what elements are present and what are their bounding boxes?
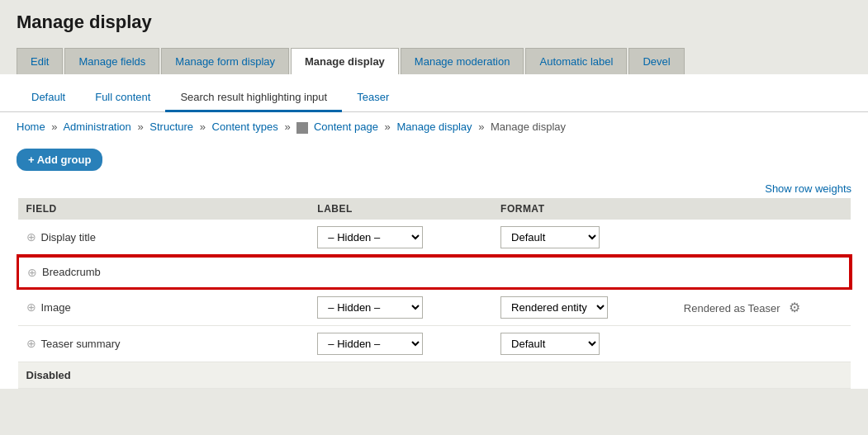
content-page-icon: [296, 122, 308, 134]
label-select-image[interactable]: – Hidden – Above Inline Hidden Visually …: [317, 296, 423, 319]
fields-table: FIELD LABEL FORMAT ⊕ Display title: [17, 198, 851, 389]
add-group-button[interactable]: Add group: [17, 149, 102, 171]
label-cell: – Hidden – Above Inline Hidden Visually …: [309, 325, 492, 362]
fields-table-wrapper: FIELD LABEL FORMAT ⊕ Display title: [0, 198, 868, 389]
drag-handle[interactable]: ⊕: [26, 337, 36, 350]
show-row-weights-bar: Show row weights: [0, 179, 868, 198]
disabled-section-label: Disabled: [18, 362, 851, 388]
label-cell: – Hidden – Above Inline Hidden Visually …: [309, 220, 492, 257]
field-label-text: Teaser summary: [41, 338, 121, 350]
breadcrumb-manage-display-link[interactable]: Manage display: [396, 121, 472, 133]
format-cell: [492, 256, 676, 288]
table-row: ⊕ Breadcrumb: [18, 256, 851, 288]
format-select-image[interactable]: Rendered entity Default: [500, 296, 608, 319]
breadcrumb-structure[interactable]: Structure: [149, 121, 193, 133]
breadcrumb-home[interactable]: Home: [17, 121, 45, 133]
table-row: ⊕ Image – Hidden – Above Inline Hidden V…: [18, 288, 851, 325]
drag-handle[interactable]: ⊕: [27, 266, 37, 279]
breadcrumb-administration[interactable]: Administration: [63, 121, 130, 133]
tab-primary-manage-fields[interactable]: Manage fields: [64, 48, 159, 74]
tab-secondary-search-result-highlighting-input[interactable]: Search result highlighting input: [165, 84, 342, 112]
breadcrumb-content-page[interactable]: Content page: [314, 121, 378, 133]
primary-tabs: EditManage fieldsManage form displayMana…: [0, 41, 868, 74]
show-row-weights-link[interactable]: Show row weights: [765, 182, 851, 195]
breadcrumb-sep: »: [385, 121, 391, 133]
table-body: ⊕ Display title – Hidden – Above Inline …: [18, 220, 851, 389]
extra-cell: [676, 256, 851, 288]
field-name-display-title: ⊕ Display title: [26, 230, 301, 244]
rendered-as-text: Rendered as Teaser: [684, 302, 780, 314]
disabled-label-text: Disabled: [26, 369, 71, 381]
label-select-display-title[interactable]: – Hidden – Above Inline Hidden Visually …: [317, 226, 423, 248]
tab-primary-manage-display[interactable]: Manage display: [291, 48, 399, 74]
table-row: ⊕ Teaser summary – Hidden – Above Inline…: [18, 325, 851, 362]
tab-secondary-default[interactable]: Default: [17, 84, 80, 112]
extra-cell: Rendered as Teaser ⚙: [676, 288, 851, 325]
field-label-text: Display title: [41, 231, 96, 244]
field-name-image: ⊕ Image: [26, 300, 301, 314]
page-title: Manage display: [17, 12, 851, 33]
tab-primary-automatic-label[interactable]: Automatic label: [525, 48, 627, 74]
toolbar-bar: Add group: [0, 142, 868, 179]
breadcrumb-sep: »: [137, 121, 143, 133]
drag-handle[interactable]: ⊕: [26, 300, 36, 314]
breadcrumb-sep: »: [284, 121, 290, 133]
tab-secondary-teaser[interactable]: Teaser: [342, 84, 404, 112]
label-cell: – Hidden – Above Inline Hidden Visually …: [309, 288, 492, 325]
tab-primary-manage-form-display[interactable]: Manage form display: [161, 48, 289, 74]
gear-icon[interactable]: ⚙: [789, 300, 800, 314]
page-wrapper: Manage display EditManage fieldsManage f…: [0, 0, 868, 435]
label-cell: [309, 256, 492, 288]
table-row: ⊕ Display title – Hidden – Above Inline …: [18, 220, 851, 257]
breadcrumb-sep: »: [478, 121, 484, 133]
table-header: FIELD LABEL FORMAT: [18, 198, 851, 220]
breadcrumb: Home » Administration » Structure » Cont…: [0, 112, 868, 142]
col-header-format: FORMAT: [492, 198, 676, 220]
content-area: DefaultFull contentSearch result highlig…: [0, 74, 868, 389]
col-header-field: FIELD: [18, 198, 310, 220]
tab-primary-devel[interactable]: Devel: [628, 48, 684, 74]
field-label-text: Image: [41, 301, 71, 314]
disabled-section-row: Disabled: [18, 362, 851, 388]
drag-handle[interactable]: ⊕: [26, 230, 36, 244]
tab-primary-edit[interactable]: Edit: [17, 48, 63, 74]
tab-primary-manage-moderation[interactable]: Manage moderation: [401, 48, 524, 74]
field-cell: ⊕ Display title: [18, 220, 310, 257]
format-cell: Rendered entity Default: [492, 288, 676, 325]
field-cell: ⊕ Breadcrumb: [18, 256, 310, 288]
breadcrumb-sep: »: [51, 121, 57, 133]
page-title-bar: Manage display: [0, 0, 868, 41]
format-select-teaser-summary[interactable]: Default: [500, 333, 600, 355]
extra-cell: [676, 220, 851, 257]
format-cell: Default: [492, 220, 676, 257]
col-header-extra: [676, 198, 851, 220]
format-cell: Default: [492, 325, 676, 362]
field-name-teaser-summary: ⊕ Teaser summary: [26, 337, 301, 350]
label-select-teaser-summary[interactable]: – Hidden – Above Inline Hidden Visually …: [317, 333, 423, 355]
field-cell: ⊕ Image: [18, 288, 310, 325]
field-cell: ⊕ Teaser summary: [18, 325, 310, 362]
breadcrumb-current: Manage display: [491, 121, 566, 133]
field-name-breadcrumb: ⊕ Breadcrumb: [27, 266, 301, 279]
col-header-label: LABEL: [309, 198, 492, 220]
format-select-display-title[interactable]: Default: [500, 226, 600, 248]
breadcrumb-sep: »: [200, 121, 206, 133]
secondary-tabs: DefaultFull contentSearch result highlig…: [0, 74, 868, 112]
extra-cell: [676, 325, 851, 362]
field-label-text: Breadcrumb: [42, 266, 101, 278]
breadcrumb-content-types[interactable]: Content types: [212, 121, 278, 133]
tab-secondary-full-content[interactable]: Full content: [80, 84, 165, 112]
